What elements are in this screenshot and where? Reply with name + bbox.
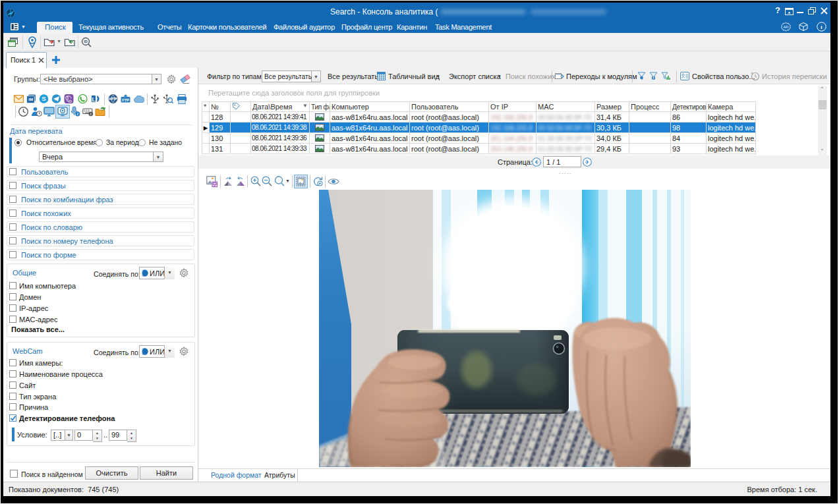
- svg-text:HTTP: HTTP: [109, 98, 117, 101]
- svg-text:AFI: AFI: [784, 25, 789, 29]
- svg-text:IM: IM: [29, 98, 34, 101]
- svg-text:FTP: FTP: [122, 98, 129, 102]
- svg-text:S: S: [42, 95, 45, 102]
- svg-text:L: L: [92, 96, 95, 103]
- svg-text:ID: ID: [84, 40, 88, 43]
